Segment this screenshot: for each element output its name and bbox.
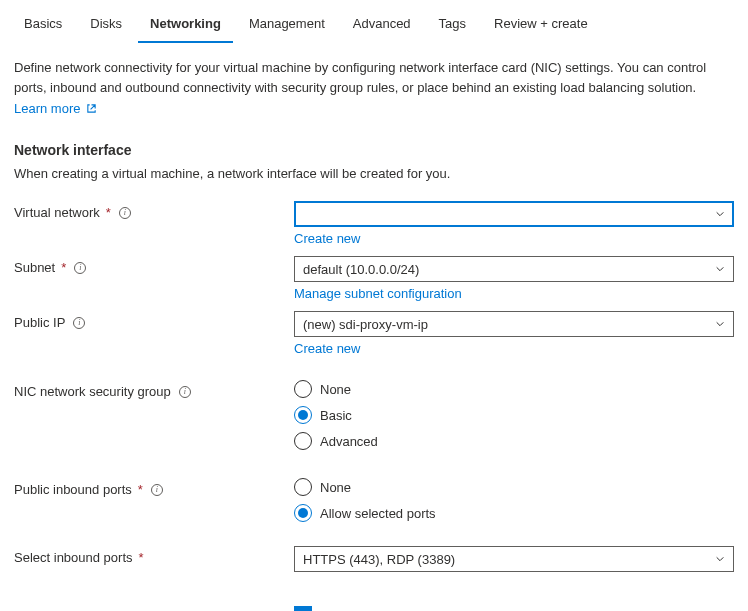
tab-networking[interactable]: Networking — [138, 8, 233, 43]
public-ip-create-new-link[interactable]: Create new — [294, 341, 360, 356]
radio-label: None — [320, 382, 351, 397]
accel-net-checkbox[interactable] — [294, 606, 312, 611]
radio-label: Advanced — [320, 434, 378, 449]
required-indicator: * — [139, 550, 144, 565]
learn-more-link[interactable]: Learn more — [14, 101, 97, 116]
subnet-manage-link[interactable]: Manage subnet configuration — [294, 286, 462, 301]
subnet-dropdown[interactable]: default (10.0.0.0/24) — [294, 256, 734, 282]
info-icon[interactable]: i — [119, 207, 131, 219]
radio-icon — [294, 478, 312, 496]
radio-icon — [294, 504, 312, 522]
vnet-label: Virtual network — [14, 205, 100, 220]
tab-tags[interactable]: Tags — [427, 8, 478, 43]
section-title: Network interface — [14, 142, 734, 158]
inbound-label: Public inbound ports — [14, 482, 132, 497]
tab-basics[interactable]: Basics — [12, 8, 74, 43]
radio-icon — [294, 432, 312, 450]
tab-advanced[interactable]: Advanced — [341, 8, 423, 43]
radio-label: Basic — [320, 408, 352, 423]
nsg-label: NIC network security group — [14, 384, 171, 399]
public-ip-dropdown[interactable]: (new) sdi-proxy-vm-ip — [294, 311, 734, 337]
vnet-dropdown[interactable] — [294, 201, 734, 227]
subnet-value: default (10.0.0.0/24) — [303, 262, 419, 277]
select-ports-label: Select inbound ports — [14, 550, 133, 565]
section-subtitle: When creating a virtual machine, a netwo… — [14, 166, 734, 181]
nsg-radio-advanced[interactable]: Advanced — [294, 432, 734, 450]
inbound-radio-group: None Allow selected ports — [294, 478, 734, 522]
required-indicator: * — [138, 482, 143, 497]
chevron-down-icon — [715, 554, 725, 564]
radio-label: Allow selected ports — [320, 506, 436, 521]
radio-label: None — [320, 480, 351, 495]
info-icon[interactable]: i — [74, 262, 86, 274]
radio-icon — [294, 406, 312, 424]
nsg-radio-basic[interactable]: Basic — [294, 406, 734, 424]
public-ip-value: (new) sdi-proxy-vm-ip — [303, 317, 428, 332]
required-indicator: * — [61, 260, 66, 275]
subnet-label: Subnet — [14, 260, 55, 275]
info-icon[interactable]: i — [73, 317, 85, 329]
tab-review[interactable]: Review + create — [482, 8, 600, 43]
tab-management[interactable]: Management — [237, 8, 337, 43]
chevron-down-icon — [715, 264, 725, 274]
inbound-radio-none[interactable]: None — [294, 478, 734, 496]
public-ip-label: Public IP — [14, 315, 65, 330]
tab-disks[interactable]: Disks — [78, 8, 134, 43]
chevron-down-icon — [715, 319, 725, 329]
tabs: Basics Disks Networking Management Advan… — [0, 0, 748, 44]
select-ports-dropdown[interactable]: HTTPS (443), RDP (3389) — [294, 546, 734, 572]
nsg-radio-none[interactable]: None — [294, 380, 734, 398]
info-icon[interactable]: i — [151, 484, 163, 496]
intro-text: Define network connectivity for your vir… — [14, 58, 734, 97]
chevron-down-icon — [715, 209, 725, 219]
inbound-radio-allow[interactable]: Allow selected ports — [294, 504, 734, 522]
external-link-icon — [86, 103, 97, 114]
learn-more-label: Learn more — [14, 101, 80, 116]
info-icon[interactable]: i — [179, 386, 191, 398]
radio-icon — [294, 380, 312, 398]
vnet-create-new-link[interactable]: Create new — [294, 231, 360, 246]
select-ports-value: HTTPS (443), RDP (3389) — [303, 552, 455, 567]
required-indicator: * — [106, 205, 111, 220]
nsg-radio-group: None Basic Advanced — [294, 380, 734, 450]
